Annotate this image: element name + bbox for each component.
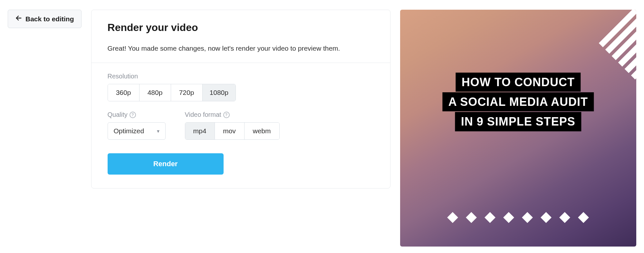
chevron-down-icon: ▾ (157, 128, 159, 134)
format-option-mp4[interactable]: mp4 (185, 123, 215, 139)
format-option-webm[interactable]: webm (245, 123, 279, 139)
help-icon[interactable]: ? (130, 112, 136, 118)
back-label: Back to editing (25, 15, 74, 23)
diamond-icon (559, 212, 570, 223)
resolution-option-1080p[interactable]: 1080p (203, 84, 235, 101)
quality-select[interactable]: Optimized ▾ (108, 122, 166, 140)
preview-title-block: HOW TO CONDUCT A SOCIAL MEDIA AUDIT IN 9… (443, 73, 594, 132)
diamond-icon (578, 212, 589, 223)
resolution-group: 360p 480p 720p 1080p (108, 84, 236, 101)
preview-title-line: HOW TO CONDUCT (456, 73, 581, 92)
format-option-mov[interactable]: mov (215, 123, 245, 139)
resolution-option-480p[interactable]: 480p (139, 84, 171, 101)
panel-title: Render your video (108, 22, 374, 34)
arrow-left-icon (15, 15, 22, 23)
diamond-icon (522, 212, 533, 223)
preview-title-line: A SOCIAL MEDIA AUDIT (443, 92, 594, 111)
resolution-option-720p[interactable]: 720p (171, 84, 203, 101)
video-preview: HOW TO CONDUCT A SOCIAL MEDIA AUDIT IN 9… (400, 10, 636, 247)
resolution-option-360p[interactable]: 360p (108, 84, 139, 101)
resolution-label: Resolution (108, 73, 374, 80)
render-button[interactable]: Render (108, 153, 224, 175)
format-group: mp4 mov webm (185, 122, 280, 140)
diamond-icon (503, 212, 514, 223)
panel-subtitle: Great! You made some changes, now let's … (108, 45, 374, 52)
help-icon[interactable]: ? (223, 112, 230, 118)
diamond-icon (447, 212, 458, 223)
progress-diamonds (449, 214, 587, 221)
diamond-icon (485, 212, 495, 223)
diagonal-stripes-decor (565, 10, 636, 81)
render-panel: Render your video Great! You made some c… (91, 10, 390, 188)
format-label: Video format ? (185, 111, 280, 118)
quality-label: Quality ? (108, 111, 166, 118)
diamond-icon (541, 212, 552, 223)
back-to-editing-button[interactable]: Back to editing (8, 10, 82, 28)
quality-value: Optimized (114, 127, 144, 135)
diamond-icon (466, 212, 477, 223)
preview-title-line: IN 9 SIMPLE STEPS (455, 112, 581, 131)
